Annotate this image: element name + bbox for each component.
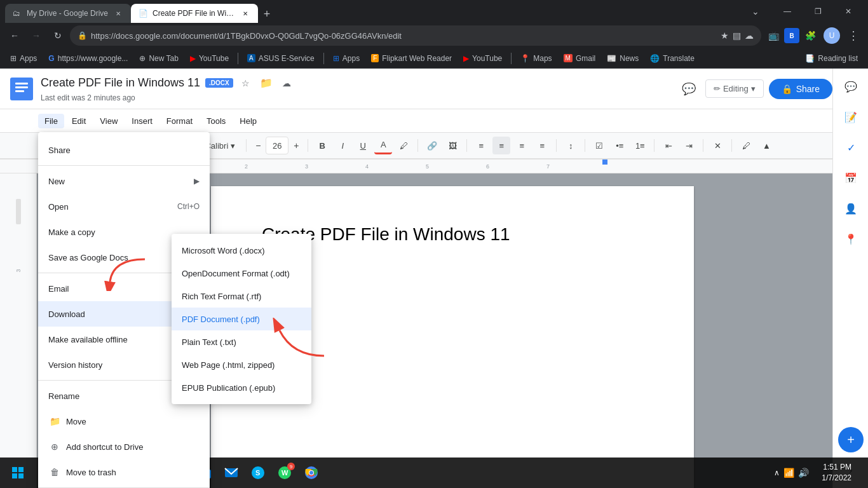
checklist-button[interactable]: ☑ [590, 137, 608, 154]
font-size-decrease[interactable]: − [252, 139, 264, 152]
italic-button[interactable]: I [334, 137, 351, 154]
download-pdf[interactable]: PDF Document (.pdf) [172, 308, 311, 330]
extensions-icon[interactable]: 🧩 [801, 26, 820, 45]
line-spacing-button[interactable]: ↕ [562, 137, 580, 154]
menu-tools[interactable]: Tools [200, 114, 232, 128]
menu-item-new[interactable]: New ▶ [38, 168, 210, 194]
menu-view[interactable]: View [93, 114, 124, 128]
link-button[interactable]: 🔗 [423, 137, 441, 154]
menu-help[interactable]: Help [233, 114, 263, 128]
sidebar-maps-sidebar-icon[interactable]: 📍 [838, 226, 864, 252]
download-rtf[interactable]: Rich Text Format (.rtf) [172, 285, 311, 308]
bitwarden-icon[interactable]: B [784, 28, 799, 43]
taskbar-skype[interactable]: S [245, 460, 271, 485]
font-size-increase[interactable]: + [290, 139, 302, 152]
forward-button[interactable]: → [27, 26, 46, 45]
cast-icon[interactable]: 📺 [764, 26, 783, 45]
align-right-button[interactable]: ≡ [513, 137, 531, 154]
read-mode-icon[interactable]: ▤ [733, 30, 741, 41]
taskbar-mail[interactable] [219, 460, 244, 485]
download-txt[interactable]: Plain Text (.txt) [172, 330, 311, 353]
back-button[interactable]: ← [5, 26, 24, 45]
address-bar[interactable]: 🔒 https://docs.google.com/document/d/1TB… [70, 25, 761, 46]
reload-button[interactable]: ↻ [48, 26, 67, 45]
download-epub[interactable]: EPUB Publication (.epub) [172, 376, 311, 399]
bookmark-newtab[interactable]: ⊕ New Tab [134, 51, 183, 66]
tab-drive[interactable]: 🗂 My Drive - Google Drive ✕ [5, 4, 131, 23]
volume-icon[interactable]: 🔊 [798, 468, 809, 478]
view-mode-button[interactable]: ✏ Editing ▾ [705, 79, 764, 98]
download-odt[interactable]: OpenDocument Format (.odt) [172, 262, 311, 285]
menu-item-open[interactable]: Open Ctrl+O [38, 194, 210, 219]
more-tabs-icon[interactable]: ⌄ [746, 2, 765, 21]
tab-close-drive[interactable]: ✕ [113, 8, 123, 18]
folder-icon[interactable]: 📁 [259, 76, 274, 91]
menu-file[interactable]: File [38, 114, 64, 128]
document-heading[interactable]: Create PDF File in Windows 11 [262, 224, 643, 245]
underline-button[interactable]: U [354, 137, 372, 154]
sidebar-contacts-icon[interactable]: 👤 [838, 196, 864, 221]
justify-button[interactable]: ≡ [533, 137, 551, 154]
menu-edit[interactable]: Edit [65, 114, 92, 128]
taskbar-chrome[interactable] [299, 460, 324, 485]
align-center-button[interactable]: ≡ [492, 137, 510, 154]
bookmark-youtube2[interactable]: ▶ YouTube [458, 51, 507, 66]
bookmark-gmail[interactable]: M Gmail [559, 51, 601, 66]
tab-close-docs[interactable]: ✕ [240, 8, 250, 18]
suggestions-button[interactable]: 🖊 [737, 137, 755, 154]
menu-item-shortcut[interactable]: ⊕ Add shortcut to Drive [38, 434, 210, 459]
bookmark-translate[interactable]: 🌐 Translate [645, 51, 700, 66]
menu-insert[interactable]: Insert [125, 114, 159, 128]
bookmark-youtube1[interactable]: ▶ YouTube [185, 51, 234, 66]
taskbar-whatsapp[interactable]: W 9 [272, 460, 297, 485]
sidebar-add-button[interactable]: + [838, 427, 864, 452]
bookmark-star-icon[interactable]: ★ [721, 30, 729, 41]
new-tab-button[interactable]: + [258, 5, 276, 23]
star-icon[interactable]: ☆ [238, 76, 254, 91]
menu-item-trash[interactable]: 🗑 Move to trash [38, 459, 210, 485]
cloud-icon[interactable]: ☁ [745, 30, 754, 41]
wifi-icon[interactable]: 📶 [783, 468, 794, 478]
clear-formatting-button[interactable]: ✕ [709, 137, 726, 154]
bullet-list-button[interactable]: •≡ [611, 137, 628, 154]
bookmark-flipkart[interactable]: F Flipkart Web Reader [366, 51, 457, 66]
profile-button[interactable]: U [822, 26, 841, 45]
bookmark-asus[interactable]: A ASUS E-Service [242, 51, 320, 66]
download-html[interactable]: Web Page (.html, zipped) [172, 353, 311, 376]
download-docx[interactable]: Microsoft Word (.docx) [172, 239, 311, 262]
tab-docs[interactable]: 📄 Create PDF File in Windows 11.d... ✕ [131, 4, 258, 23]
docs-filename[interactable]: Create PDF File in Windows 11 [41, 76, 200, 90]
start-button[interactable] [5, 460, 31, 485]
sidebar-calendar-icon[interactable]: 📅 [838, 173, 864, 191]
comments-button[interactable]: 💬 [677, 78, 700, 100]
text-color-button[interactable]: A [374, 137, 392, 154]
bold-button[interactable]: B [313, 137, 331, 154]
menu-format[interactable]: Format [160, 114, 199, 128]
decrease-indent-button[interactable]: ⇤ [660, 137, 677, 154]
bookmark-news[interactable]: 📰 News [602, 51, 644, 66]
menu-item-move[interactable]: 📁 Move [38, 409, 210, 434]
maximize-button[interactable]: ❐ [803, 1, 832, 22]
reading-list-button[interactable]: 📑 Reading list [800, 51, 863, 66]
image-button[interactable]: 🖼 [444, 137, 461, 154]
bookmark-maps[interactable]: 📍 Maps [515, 51, 557, 66]
share-button[interactable]: 🔒 Share [769, 79, 832, 99]
left-margin-handle[interactable] [16, 199, 21, 224]
highlight-button[interactable]: 🖊 [395, 137, 412, 154]
increase-indent-button[interactable]: ⇥ [680, 137, 698, 154]
taskbar-clock[interactable]: 1:51 PM 1/7/2022 [817, 462, 857, 484]
close-button[interactable]: ✕ [834, 1, 863, 22]
bookmark-apps2[interactable]: ⊞ Apps [328, 51, 365, 66]
bookmark-apps[interactable]: ⊞ Apps [5, 51, 42, 66]
minimize-button[interactable]: — [773, 1, 802, 22]
bookmark-google[interactable]: G https://www.google... [43, 51, 133, 66]
formatting-up-button[interactable]: ▲ [757, 137, 775, 154]
menu-item-share[interactable]: Share [38, 137, 210, 163]
font-size-input[interactable] [266, 137, 288, 154]
cloud-sync-icon[interactable]: ☁ [279, 76, 294, 91]
chevron-up-icon[interactable]: ∧ [774, 468, 780, 477]
show-desktop-button[interactable] [859, 460, 863, 485]
align-left-button[interactable]: ≡ [472, 137, 490, 154]
numbered-list-button[interactable]: 1≡ [631, 137, 649, 154]
chrome-menu-button[interactable]: ⋮ [844, 26, 863, 45]
